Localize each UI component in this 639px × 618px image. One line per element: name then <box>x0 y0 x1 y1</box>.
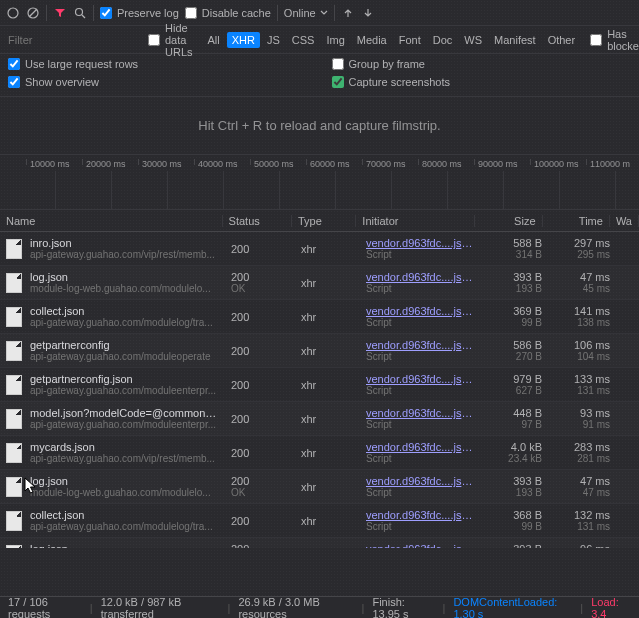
disable-cache-checkbox[interactable]: Disable cache <box>185 7 271 19</box>
time-total: 47 ms <box>554 475 610 487</box>
preserve-log-checkbox[interactable]: Preserve log <box>100 7 179 19</box>
initiator-type: Script <box>366 419 474 430</box>
table-row[interactable]: inro.jsonapi-gateway.guahao.com/vip/rest… <box>0 232 639 266</box>
group-by-frame-checkbox[interactable]: Group by frame <box>332 58 632 70</box>
col-status[interactable]: Status <box>223 215 292 227</box>
status-code: 200 <box>231 515 289 527</box>
status-text: OK <box>231 283 289 294</box>
initiator-link[interactable]: vendor.d963fdc....js:9... <box>366 475 474 487</box>
initiator-link[interactable]: vendor.d963fdc....js:9... <box>366 441 474 453</box>
table-row[interactable]: getpartnerconfig.jsonapi-gateway.guahao.… <box>0 368 639 402</box>
divider <box>334 5 335 21</box>
status-code: 200 <box>231 543 289 548</box>
initiator-type: Script <box>366 385 474 396</box>
filter-type-img[interactable]: Img <box>321 32 349 48</box>
status-finish: Finish: 13.95 s <box>372 596 434 619</box>
initiator-link[interactable]: vendor.d963fdc....js:9... <box>366 373 474 385</box>
status-code: 200 <box>231 345 289 357</box>
filter-type-css[interactable]: CSS <box>287 32 320 48</box>
size-resource: 193 B <box>486 283 542 294</box>
request-name: getpartnerconfig.json <box>30 373 216 385</box>
table-row[interactable]: getpartnerconfigapi-gateway.guahao.com/m… <box>0 334 639 368</box>
initiator-link[interactable]: vendor.d963fdc....js:9... <box>366 339 474 351</box>
initiator-link[interactable]: vendor.d963fdc....js:9... <box>366 305 474 317</box>
hide-data-urls-checkbox[interactable]: Hide data URLs <box>148 22 193 58</box>
request-table: inro.jsonapi-gateway.guahao.com/vip/rest… <box>0 232 639 548</box>
table-row[interactable]: log.jsonmodule-log-web.guahao.com/module… <box>0 470 639 504</box>
size-transferred: 393 B <box>486 475 542 487</box>
size-resource: 314 B <box>486 249 542 260</box>
filter-type-doc[interactable]: Doc <box>428 32 458 48</box>
search-icon[interactable] <box>73 6 87 20</box>
filter-input[interactable] <box>8 34 138 46</box>
table-row[interactable]: log.jsonmodule-log-web.guahao.com/module… <box>0 266 639 300</box>
filter-type-media[interactable]: Media <box>352 32 392 48</box>
file-icon <box>6 375 22 395</box>
size-transferred: 4.0 kB <box>486 441 542 453</box>
filter-type-other[interactable]: Other <box>543 32 581 48</box>
col-time[interactable]: Time <box>543 215 610 227</box>
size-resource: 193 B <box>486 487 542 498</box>
table-row[interactable]: collect.jsonapi-gateway.guahao.com/modul… <box>0 300 639 334</box>
clear-button[interactable] <box>26 6 40 20</box>
col-type[interactable]: Type <box>292 215 356 227</box>
time-latency: 281 ms <box>554 453 610 464</box>
initiator-type: Script <box>366 317 474 328</box>
large-rows-checkbox[interactable]: Use large request rows <box>8 58 320 70</box>
col-waterfall[interactable]: Wa <box>610 215 639 227</box>
time-total: 132 ms <box>554 509 610 521</box>
divider <box>277 5 278 21</box>
svg-line-4 <box>82 15 85 18</box>
timeline-tick: 30000 ms <box>138 159 182 165</box>
table-header: Name Status Type Initiator Size Time Wa <box>0 210 639 232</box>
initiator-type: Script <box>366 453 474 464</box>
upload-har-button[interactable] <box>341 6 355 20</box>
col-initiator[interactable]: Initiator <box>356 215 475 227</box>
table-row[interactable]: collect.jsonapi-gateway.guahao.com/modul… <box>0 504 639 538</box>
filter-type-ws[interactable]: WS <box>459 32 487 48</box>
status-code: 200 <box>231 413 289 425</box>
request-name: log.json <box>30 271 211 283</box>
size-resource: 270 B <box>486 351 542 362</box>
table-row[interactable]: log.jsonmodule-log-web.guahao.com/module… <box>0 538 639 548</box>
throttling-select[interactable]: Online <box>284 7 328 19</box>
filter-type-manifest[interactable]: Manifest <box>489 32 541 48</box>
size-transferred: 393 B <box>486 543 542 548</box>
record-button[interactable] <box>6 6 20 20</box>
file-icon <box>6 409 22 429</box>
filter-type-font[interactable]: Font <box>394 32 426 48</box>
initiator-link[interactable]: vendor.d963fdc....js:9... <box>366 407 474 419</box>
time-total: 106 ms <box>554 339 610 351</box>
initiator-link[interactable]: vendor.d963fdc....js:9... <box>366 509 474 521</box>
timeline-overview[interactable]: 10000 ms20000 ms30000 ms40000 ms50000 ms… <box>0 155 639 210</box>
table-row[interactable]: model.json?modelCode=@common_pageapi-gat… <box>0 402 639 436</box>
file-icon <box>6 307 22 327</box>
capture-screenshots-checkbox[interactable]: Capture screenshots <box>332 76 632 88</box>
download-har-button[interactable] <box>361 6 375 20</box>
timeline-tick: 80000 ms <box>418 159 462 165</box>
filter-icon[interactable] <box>53 6 67 20</box>
request-domain: module-log-web.guahao.com/modulelo... <box>30 487 211 498</box>
request-type: xhr <box>295 277 360 289</box>
status-dcl: DOMContentLoaded: 1.30 s <box>453 596 572 619</box>
hide-data-urls-label: Hide data URLs <box>165 22 193 58</box>
initiator-link[interactable]: vendor.d963fdc....js:9... <box>366 543 474 548</box>
col-name[interactable]: Name <box>0 215 223 227</box>
has-blocked-checkbox[interactable]: Has blocked <box>590 28 639 52</box>
time-latency: 138 ms <box>554 317 610 328</box>
filter-type-js[interactable]: JS <box>262 32 285 48</box>
size-transferred: 448 B <box>486 407 542 419</box>
size-resource: 23.4 kB <box>486 453 542 464</box>
col-size[interactable]: Size <box>475 215 542 227</box>
table-row[interactable]: mycards.jsonapi-gateway.guahao.com/vip/r… <box>0 436 639 470</box>
timeline-tick: 110000 m <box>586 159 630 165</box>
file-icon <box>6 477 22 497</box>
size-resource: 97 B <box>486 419 542 430</box>
initiator-link[interactable]: vendor.d963fdc....js:9... <box>366 237 474 249</box>
filter-type-all[interactable]: All <box>203 32 225 48</box>
request-type: xhr <box>295 345 360 357</box>
show-overview-checkbox[interactable]: Show overview <box>8 76 320 88</box>
initiator-link[interactable]: vendor.d963fdc....js:9... <box>366 271 474 283</box>
time-latency: 295 ms <box>554 249 610 260</box>
filter-type-xhr[interactable]: XHR <box>227 32 260 48</box>
